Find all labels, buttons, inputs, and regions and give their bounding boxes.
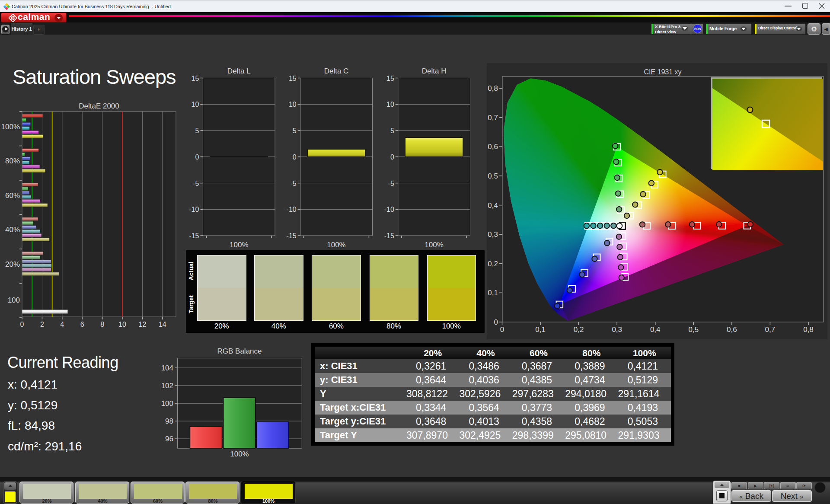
svg-text:6: 6: [80, 321, 84, 328]
svg-text:0: 0: [500, 325, 504, 334]
svg-text:-5: -5: [388, 180, 394, 187]
svg-text:5: 5: [390, 127, 394, 134]
svg-text:5: 5: [293, 127, 297, 134]
svg-text:-15: -15: [384, 232, 394, 239]
svg-text:0,1: 0,1: [535, 325, 546, 334]
svg-text:100%: 100%: [230, 450, 249, 458]
svg-text:2: 2: [40, 321, 44, 328]
svg-text:0,2: 0,2: [574, 325, 584, 334]
svg-text:15: 15: [289, 75, 297, 82]
svg-text:104: 104: [161, 364, 173, 372]
svg-text:10: 10: [118, 321, 126, 328]
svg-text:-15: -15: [287, 232, 297, 239]
svg-text:-10: -10: [384, 206, 394, 213]
svg-text:15: 15: [386, 75, 394, 82]
svg-text:102: 102: [161, 382, 173, 390]
svg-text:0,3: 0,3: [612, 325, 622, 334]
svg-text:-15: -15: [189, 232, 199, 239]
svg-text:0,1: 0,1: [488, 289, 498, 297]
svg-text:100: 100: [8, 296, 20, 304]
svg-text:-10: -10: [287, 206, 297, 213]
svg-text:8: 8: [100, 321, 104, 328]
svg-text:10: 10: [289, 101, 297, 108]
svg-text:0,6: 0,6: [727, 325, 737, 334]
svg-text:RGB Balance: RGB Balance: [217, 347, 262, 355]
svg-text:0: 0: [20, 321, 24, 328]
svg-text:0,5: 0,5: [688, 325, 699, 334]
svg-text:60%: 60%: [5, 191, 20, 200]
svg-text:100%: 100%: [230, 241, 248, 249]
svg-text:100%: 100%: [425, 241, 443, 249]
svg-text:0: 0: [390, 153, 394, 161]
svg-text:100%: 100%: [327, 241, 345, 249]
svg-text:0,3: 0,3: [488, 230, 498, 239]
svg-text:-5: -5: [193, 180, 199, 187]
svg-text:-10: -10: [189, 206, 199, 213]
svg-text:4: 4: [60, 321, 64, 328]
svg-text:0,8: 0,8: [803, 325, 814, 334]
svg-text:100%: 100%: [1, 123, 20, 131]
svg-text:Delta H: Delta H: [422, 67, 447, 75]
svg-text:100: 100: [161, 399, 173, 408]
svg-text:12: 12: [139, 321, 147, 328]
svg-text:0,4: 0,4: [488, 201, 498, 210]
svg-text:0: 0: [293, 153, 297, 161]
svg-text:Delta L: Delta L: [227, 67, 251, 75]
svg-text:98: 98: [165, 417, 173, 425]
svg-text:96: 96: [165, 435, 173, 443]
svg-text:0: 0: [494, 318, 498, 326]
svg-text:80%: 80%: [5, 157, 20, 165]
svg-text:10: 10: [192, 101, 199, 108]
svg-text:CIE 1931 xy: CIE 1931 xy: [644, 68, 681, 76]
svg-text:15: 15: [192, 75, 199, 82]
svg-text:DeltaE 2000: DeltaE 2000: [79, 102, 119, 110]
svg-text:-5: -5: [290, 180, 296, 187]
svg-text:40%: 40%: [5, 226, 20, 234]
svg-text:10: 10: [386, 101, 394, 108]
svg-text:0,5: 0,5: [488, 172, 498, 180]
svg-text:0,4: 0,4: [650, 325, 661, 334]
svg-text:Delta C: Delta C: [324, 67, 349, 75]
svg-text:20%: 20%: [5, 260, 20, 268]
svg-text:0,2: 0,2: [488, 260, 498, 268]
svg-text:0,6: 0,6: [488, 143, 498, 151]
svg-text:0,7: 0,7: [765, 325, 776, 334]
svg-text:5: 5: [195, 127, 199, 134]
svg-text:14: 14: [159, 321, 166, 328]
svg-text:0: 0: [195, 153, 199, 161]
svg-text:0,8: 0,8: [488, 84, 498, 93]
svg-text:0,7: 0,7: [488, 114, 498, 122]
